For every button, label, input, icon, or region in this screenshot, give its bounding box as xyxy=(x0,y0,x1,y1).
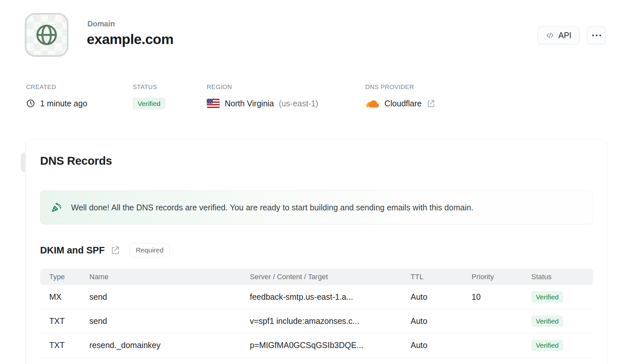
verified-success-banner: Well done! All the DNS records are verif… xyxy=(40,190,593,224)
record-status-badge: Verified xyxy=(531,315,563,327)
region-value: North Virginia xyxy=(225,99,274,108)
record-name: resend._domainkey xyxy=(89,341,250,350)
domain-eyebrow-label: Domain xyxy=(87,20,115,28)
created-label: CREATED xyxy=(26,83,87,91)
record-content: p=MIGfMA0GCSqGSIb3DQE... xyxy=(250,341,411,350)
record-type: TXT xyxy=(49,316,89,326)
record-status-badge: Verified xyxy=(531,340,563,351)
col-content: Server / Content / Target xyxy=(250,273,411,281)
meta-dns-provider: DNS PROVIDER Cloudflare xyxy=(365,83,435,110)
table-row[interactable]: TXT resend._domainkey p=MIGfMA0GCSqGSIb3… xyxy=(40,333,593,357)
record-ttl: Auto xyxy=(411,316,472,326)
banner-message: Well done! All the DNS records are verif… xyxy=(71,203,474,212)
col-type: Type xyxy=(49,273,89,281)
cloudflare-icon xyxy=(365,99,380,108)
status-label: STATUS xyxy=(133,83,165,91)
region-label: REGION xyxy=(207,83,318,91)
ellipsis-icon xyxy=(592,35,601,36)
region-code: (us-east-1) xyxy=(279,99,318,108)
col-ttl: TTL xyxy=(411,273,472,281)
meta-created: CREATED 1 minute ago xyxy=(26,83,87,110)
record-status-badge: Verified xyxy=(531,291,563,303)
us-flag-icon xyxy=(207,99,220,108)
record-type: TXT xyxy=(49,341,89,350)
globe-icon xyxy=(35,23,59,47)
table-row[interactable]: MX send feedback-smtp.us-east-1.a... Aut… xyxy=(40,285,593,309)
party-popper-icon xyxy=(50,201,63,214)
dns-provider-link[interactable]: Cloudflare xyxy=(365,97,435,110)
required-badge: Required xyxy=(129,243,170,257)
api-button[interactable]: API xyxy=(537,26,580,44)
more-options-button[interactable] xyxy=(587,26,606,44)
avatar-checker-background xyxy=(26,15,67,55)
record-content: v=spf1 include:amazonses.c... xyxy=(250,316,411,326)
record-type: MX xyxy=(49,292,89,302)
dns-records-table: Type Name Server / Content / Target TTL … xyxy=(40,269,593,357)
api-button-label: API xyxy=(558,31,571,40)
dns-records-card: DNS Records Well done! All the DNS recor… xyxy=(25,140,607,364)
created-value: 1 minute ago xyxy=(40,99,87,108)
domain-avatar xyxy=(25,13,68,57)
table-row[interactable]: TXT send v=spf1 include:amazonses.c... A… xyxy=(40,309,593,333)
record-priority: 10 xyxy=(472,292,531,302)
meta-region: REGION North Virginia xyxy=(207,83,318,110)
page-title: example.com xyxy=(87,31,174,47)
dns-records-title: DNS Records xyxy=(40,154,112,167)
col-name: Name xyxy=(89,273,250,281)
clock-icon xyxy=(26,99,35,108)
record-name: send xyxy=(89,292,250,302)
dns-provider-value: Cloudflare xyxy=(385,99,422,108)
record-ttl: Auto xyxy=(411,292,472,302)
col-status: Status xyxy=(531,273,593,281)
dkim-spf-title: DKIM and SPF xyxy=(40,245,105,256)
external-link-icon[interactable] xyxy=(111,246,120,255)
domain-detail-page: Domain example.com API CREATED 1 minute … xyxy=(0,0,634,364)
meta-status: STATUS Verified xyxy=(133,83,165,110)
table-header-row: Type Name Server / Content / Target TTL … xyxy=(40,269,593,285)
code-icon xyxy=(546,31,554,40)
external-link-icon[interactable] xyxy=(427,99,435,108)
record-name: send xyxy=(89,316,250,326)
col-priority: Priority xyxy=(472,273,531,281)
dns-provider-label: DNS PROVIDER xyxy=(365,83,435,91)
record-content: feedback-smtp.us-east-1.a... xyxy=(250,292,411,302)
record-ttl: Auto xyxy=(411,341,472,350)
dkim-spf-section-header: DKIM and SPF Required xyxy=(40,243,170,257)
status-badge: Verified xyxy=(133,98,165,110)
